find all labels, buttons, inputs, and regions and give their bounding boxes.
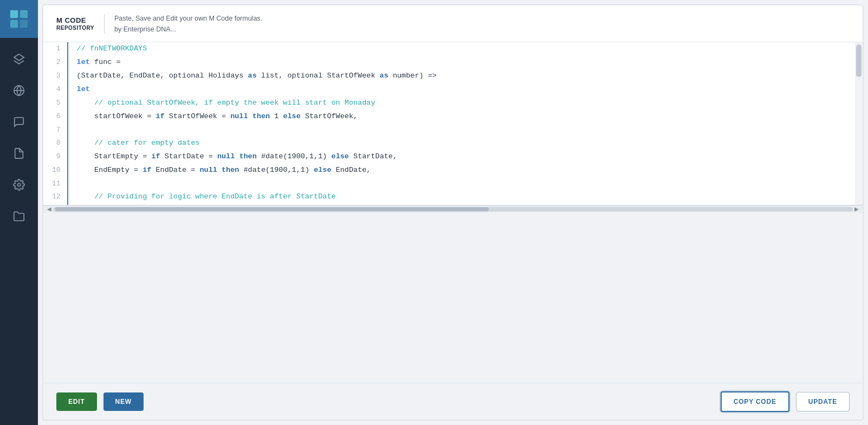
line-num-3: 3 <box>43 69 68 83</box>
svg-rect-3 <box>20 20 28 28</box>
code-line-10: 10 EndEmpty = if EndDate = null then #da… <box>43 164 863 177</box>
code-line-3: 3 (StartDate, EndDate, optional Holidays… <box>43 69 863 83</box>
header: M CODE REPOSITORY Paste, Save and Edit y… <box>43 5 863 42</box>
globe-icon <box>13 85 25 96</box>
line-code-8: // cater for empty dates <box>68 137 863 150</box>
code-editor[interactable]: 1 // fnNETWORKDAYS 2 let func = 3 (Start… <box>43 42 863 212</box>
brand-sub: REPOSITORY <box>56 25 94 31</box>
horizontal-scrollbar[interactable]: ◀ ▶ <box>43 205 863 212</box>
line-code-1: // fnNETWORKDAYS <box>68 42 863 56</box>
line-num-8: 8 <box>43 137 68 150</box>
hscroll-track[interactable] <box>53 207 853 211</box>
footer-toolbar: EDIT NEW COPY CODE UPDATE <box>43 383 863 420</box>
code-line-11: 11 <box>43 177 863 190</box>
code-line-2: 2 let func = <box>43 56 863 69</box>
settings-icon <box>13 179 25 191</box>
folder-icon <box>13 210 25 222</box>
svg-point-7 <box>17 183 21 186</box>
brand: M CODE REPOSITORY <box>56 16 94 31</box>
brand-title: M CODE <box>56 16 94 25</box>
hscroll-right-arrow[interactable]: ▶ <box>853 205 860 213</box>
line-code-11 <box>68 177 863 190</box>
sidebar-item-folder[interactable] <box>5 203 33 230</box>
line-code-5: // optional StartOfWeek, if empty the we… <box>68 96 863 110</box>
line-num-12: 12 <box>43 190 68 204</box>
svg-rect-0 <box>10 10 18 18</box>
svg-rect-1 <box>20 10 28 18</box>
code-line-6: 6 startOfWeek = if StartOfWeek = null th… <box>43 110 863 124</box>
sidebar-logo[interactable] <box>0 0 38 38</box>
line-code-10: EndEmpty = if EndDate = null then #date(… <box>68 164 863 177</box>
line-num-10: 10 <box>43 164 68 177</box>
sidebar-item-globe[interactable] <box>5 77 33 104</box>
edit-button[interactable]: EDIT <box>56 392 97 411</box>
svg-rect-2 <box>10 20 18 28</box>
line-code-12: // Providing for logic where EndDate is … <box>68 190 863 204</box>
document-icon <box>13 147 25 159</box>
line-num-2: 2 <box>43 56 68 69</box>
sidebar-item-document[interactable] <box>5 140 33 167</box>
line-code-9: StartEmpty = if StartDate = null then #d… <box>68 150 863 164</box>
code-line-1: 1 // fnNETWORKDAYS <box>43 42 863 56</box>
app-logo-icon <box>9 9 29 29</box>
new-button[interactable]: NEW <box>103 392 144 411</box>
sidebar-item-layers[interactable] <box>5 46 33 73</box>
code-scroll-area[interactable]: 1 // fnNETWORKDAYS 2 let func = 3 (Start… <box>43 42 863 205</box>
hscroll-thumb[interactable] <box>55 207 489 211</box>
code-line-4: 4 let <box>43 83 863 96</box>
sidebar <box>0 0 38 425</box>
line-num-6: 6 <box>43 110 68 124</box>
header-description: Paste, Save and Edit your own M Code for… <box>114 13 262 35</box>
line-code-7 <box>68 124 863 137</box>
layers-icon <box>13 53 25 65</box>
code-line-5: 5 // optional StartOfWeek, if empty the … <box>43 96 863 110</box>
copy-code-button[interactable]: COPY CODE <box>721 391 789 412</box>
line-num-7: 7 <box>43 124 68 137</box>
empty-area <box>43 212 863 383</box>
line-code-6: startOfWeek = if StartOfWeek = null then… <box>68 110 863 124</box>
line-code-2: let func = <box>68 56 863 69</box>
line-num-9: 9 <box>43 150 68 164</box>
brand-text: M CODE REPOSITORY <box>56 16 94 31</box>
code-line-12: 12 // Providing for logic where EndDate … <box>43 190 863 204</box>
content-wrapper: M CODE REPOSITORY Paste, Save and Edit y… <box>42 4 864 421</box>
line-num-11: 11 <box>43 177 68 190</box>
hscroll-left-arrow[interactable]: ◀ <box>46 205 53 213</box>
line-num-1: 1 <box>43 42 68 56</box>
vscroll-thumb[interactable] <box>856 44 861 77</box>
sidebar-item-settings[interactable] <box>5 171 33 198</box>
header-divider <box>104 14 105 34</box>
code-line-9: 9 StartEmpty = if StartDate = null then … <box>43 150 863 164</box>
main-content: M CODE REPOSITORY Paste, Save and Edit y… <box>38 0 868 425</box>
chat-icon <box>13 116 25 128</box>
line-num-5: 5 <box>43 96 68 110</box>
vertical-scrollbar[interactable] <box>855 42 863 205</box>
code-line-8: 8 // cater for empty dates <box>43 137 863 150</box>
code-line-7: 7 <box>43 124 863 137</box>
line-num-4: 4 <box>43 83 68 96</box>
update-button[interactable]: UPDATE <box>796 392 850 411</box>
line-code-3: (StartDate, EndDate, optional Holidays a… <box>68 69 863 83</box>
line-code-4: let <box>68 83 863 96</box>
code-table: 1 // fnNETWORKDAYS 2 let func = 3 (Start… <box>43 42 863 205</box>
sidebar-item-chat[interactable] <box>5 108 33 136</box>
svg-marker-4 <box>14 54 24 61</box>
